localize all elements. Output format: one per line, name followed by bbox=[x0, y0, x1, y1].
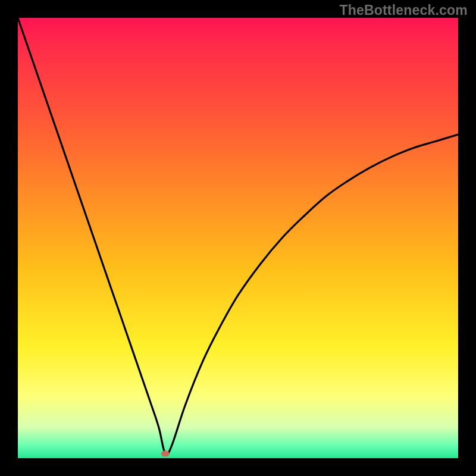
plot-area bbox=[18, 18, 458, 458]
watermark-text: TheBottleneck.com bbox=[339, 2, 468, 18]
minimum-marker bbox=[161, 451, 170, 457]
bottleneck-curve bbox=[18, 18, 458, 458]
chart-frame: TheBottleneck.com bbox=[0, 0, 476, 476]
